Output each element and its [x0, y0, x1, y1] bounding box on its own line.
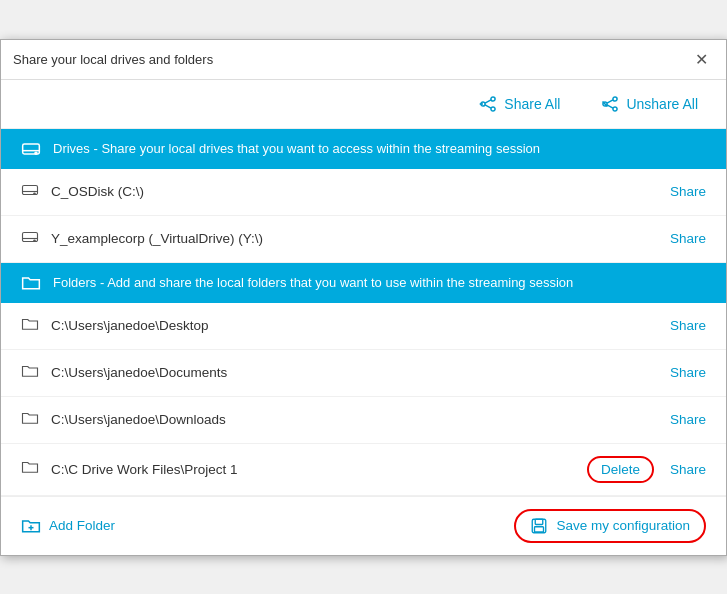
unshare-all-label: Unshare All [626, 96, 698, 112]
save-config-label: Save my configuration [556, 518, 690, 533]
folder-share-button-1[interactable]: Share [670, 318, 706, 333]
add-folder-button[interactable]: Add Folder [21, 516, 115, 536]
title-bar: Share your local drives and folders ✕ [1, 40, 726, 80]
add-folder-label: Add Folder [49, 518, 115, 533]
drive-share-button-2[interactable]: Share [670, 231, 706, 246]
folder-item-icon-2 [21, 362, 39, 384]
share-dialog: Share your local drives and folders ✕ Sh… [0, 39, 727, 556]
folder-item-4: C:\C Drive Work Files\Project 1 Delete S… [1, 444, 726, 496]
add-folder-icon [21, 516, 41, 536]
svg-point-2 [491, 106, 495, 110]
close-button[interactable]: ✕ [689, 48, 714, 71]
svg-rect-23 [536, 519, 544, 524]
svg-line-8 [607, 99, 613, 102]
drive-item-label-2: Y_examplecorp (_VirtualDrive) (Y:\) [51, 231, 658, 246]
drive-item-label-1: C_OSDisk (C:\) [51, 184, 658, 199]
save-icon [530, 517, 548, 535]
save-config-button[interactable]: Save my configuration [514, 509, 706, 543]
drive-item-actions-2: Share [670, 231, 706, 246]
svg-line-3 [485, 99, 491, 102]
svg-point-16 [34, 193, 36, 195]
svg-point-19 [34, 240, 36, 242]
share-all-button[interactable]: Share All [470, 90, 568, 118]
share-all-icon [478, 94, 498, 114]
folder-share-button-2[interactable]: Share [670, 365, 706, 380]
folder-share-button-3[interactable]: Share [670, 412, 706, 427]
folders-section-header: Folders - Add and share the local folder… [1, 263, 726, 303]
folder-item-label-2: C:\Users\janedoe\Documents [51, 365, 658, 380]
svg-point-0 [491, 96, 495, 100]
svg-point-7 [613, 106, 617, 110]
svg-rect-24 [535, 526, 544, 531]
folder-item-label-4: C:\C Drive Work Files\Project 1 [51, 462, 575, 477]
folder-item-label-3: C:\Users\janedoe\Downloads [51, 412, 658, 427]
svg-line-9 [607, 104, 613, 107]
drive-item-actions-1: Share [670, 184, 706, 199]
folder-item-icon-4 [21, 458, 39, 480]
drive-share-button-1[interactable]: Share [670, 184, 706, 199]
drives-header-text: Drives - Share your local drives that yo… [53, 141, 540, 156]
drive-item-1: C_OSDisk (C:\) Share [1, 169, 726, 216]
folder-item-icon-3 [21, 409, 39, 431]
folder-item-icon-1 [21, 315, 39, 337]
unshare-all-icon [600, 94, 620, 114]
svg-point-13 [35, 152, 37, 154]
drive-item-icon-1 [21, 181, 39, 203]
folder-delete-button-4[interactable]: Delete [587, 456, 654, 483]
footer: Add Folder Save my configuration [1, 496, 726, 555]
svg-point-5 [613, 96, 617, 100]
folder-item-1: C:\Users\janedoe\Desktop Share [1, 303, 726, 350]
folder-icon [21, 273, 41, 293]
unshare-all-button[interactable]: Unshare All [592, 90, 706, 118]
svg-line-4 [485, 104, 491, 107]
folder-item-3: C:\Users\janedoe\Downloads Share [1, 397, 726, 444]
share-all-label: Share All [504, 96, 560, 112]
drive-icon [21, 139, 41, 159]
drive-item-2: Y_examplecorp (_VirtualDrive) (Y:\) Shar… [1, 216, 726, 263]
folder-item-label-1: C:\Users\janedoe\Desktop [51, 318, 658, 333]
folder-share-button-4[interactable]: Share [670, 462, 706, 477]
folder-item-2: C:\Users\janedoe\Documents Share [1, 350, 726, 397]
drives-section-header: Drives - Share your local drives that yo… [1, 129, 726, 169]
dialog-title: Share your local drives and folders [13, 52, 213, 67]
toolbar: Share All Unshare All [1, 80, 726, 129]
drive-item-icon-2 [21, 228, 39, 250]
folders-header-text: Folders - Add and share the local folder… [53, 275, 573, 290]
